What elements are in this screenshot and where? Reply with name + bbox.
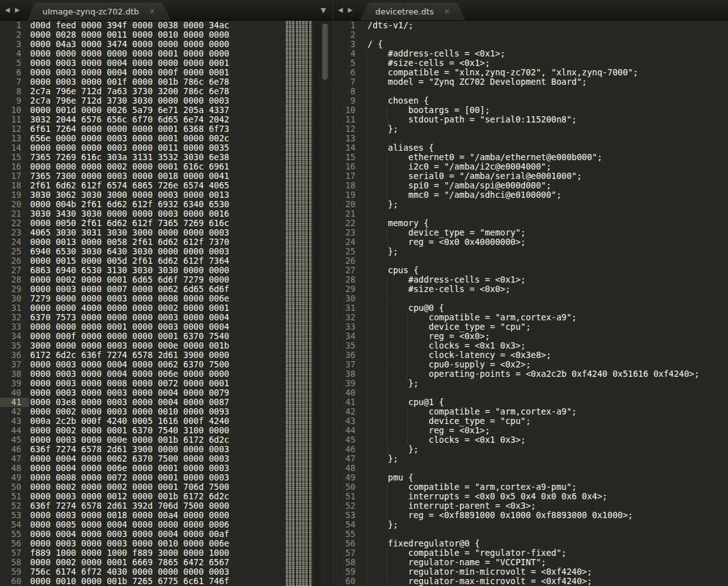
code-line[interactable]: 57f889 1000 0000 1000 f889 3000 0000 100… bbox=[0, 548, 332, 558]
code-line[interactable]: 2 bbox=[333, 30, 728, 40]
code-line[interactable]: 290000 0003 0000 0007 0000 0062 6d65 6d6… bbox=[0, 285, 332, 294]
minimap[interactable] bbox=[286, 21, 312, 586]
code-line[interactable]: 22 memory { bbox=[333, 219, 728, 228]
code-line[interactable]: 100000 001d 0000 0026 5a79 6e71 205a 433… bbox=[0, 106, 332, 115]
code-line[interactable]: 57 compatible = "regulator-fixed"; bbox=[333, 548, 728, 558]
code-line[interactable]: 16 i2c0 = "/amba/i2c@e0004000"; bbox=[333, 162, 728, 171]
code-line[interactable]: 366172 6d2c 636f 7274 6578 2d61 3900 000… bbox=[0, 350, 332, 360]
code-line[interactable]: 59756c 6174 6f72 4030 0000 0000 0000 000… bbox=[0, 567, 332, 577]
code-line[interactable]: 50000 0003 0000 0004 0000 0000 0000 0001 bbox=[0, 58, 332, 68]
code-line[interactable]: 26 bbox=[333, 256, 728, 266]
code-line[interactable]: 307279 0000 0000 0003 0000 0008 0000 006… bbox=[0, 294, 332, 303]
code-line[interactable]: 46 }; bbox=[333, 445, 728, 454]
code-line[interactable]: 410000 03e8 0000 0003 0000 0004 0000 008… bbox=[0, 398, 332, 407]
code-line[interactable]: 32 compatible = "arm,cortex-a9"; bbox=[333, 313, 728, 322]
code-line[interactable]: 27 cpus { bbox=[333, 266, 728, 275]
scrollbar-track[interactable] bbox=[314, 21, 332, 586]
code-line[interactable]: 5 #size-cells = <0x1>; bbox=[333, 58, 728, 68]
code-line[interactable]: 7 model = "Zynq ZC702 Development Board"… bbox=[333, 77, 728, 87]
code-line[interactable]: 276863 6940 6530 3130 3030 3030 0000 000… bbox=[0, 266, 332, 275]
code-line[interactable]: 177365 7300 0000 0003 0000 0018 0000 004… bbox=[0, 171, 332, 181]
code-line[interactable]: 48 bbox=[333, 464, 728, 473]
code-line[interactable]: 326370 7573 0000 0000 0000 0003 0000 000… bbox=[0, 313, 332, 322]
code-line[interactable]: 14 aliases { bbox=[333, 143, 728, 153]
code-line[interactable]: 13 bbox=[333, 134, 728, 143]
code-line[interactable]: 560000 0003 0000 0003 0000 0010 0000 006… bbox=[0, 539, 332, 548]
code-line[interactable]: 330000 0000 0000 0001 0000 0003 0000 000… bbox=[0, 322, 332, 332]
code-line[interactable]: 37 cpu0-supply = <0x2>; bbox=[333, 360, 728, 369]
code-line[interactable]: 50 compatible = "arm,cortex-a9-pmu"; bbox=[333, 482, 728, 492]
code-line[interactable]: 13656e 0000 0000 0003 0000 0001 0000 002… bbox=[0, 134, 332, 143]
code-line[interactable]: 25 }; bbox=[333, 247, 728, 256]
code-line[interactable]: 8 bbox=[333, 87, 728, 96]
code-line[interactable]: 23 device_type = "memory"; bbox=[333, 228, 728, 237]
code-line[interactable]: 52 interrupt-parent = <0x3>; bbox=[333, 501, 728, 511]
code-line[interactable]: 52636f 7274 6578 2d61 392d 706d 7500 000… bbox=[0, 501, 332, 511]
code-line[interactable]: 260000 0015 0000 005d 2f61 6d62 612f 736… bbox=[0, 256, 332, 266]
code-line[interactable]: 38 operating-points = <0xa2c2b 0xf4240 0… bbox=[333, 369, 728, 379]
code-line[interactable]: 240000 0013 0000 0058 2f61 6d62 612f 737… bbox=[0, 237, 332, 247]
code-line[interactable]: 46636f 7274 6578 2d61 3900 0000 0000 000… bbox=[0, 445, 332, 454]
code-line[interactable]: 182f61 6d62 612f 6574 6865 726e 6574 406… bbox=[0, 181, 332, 190]
code-line[interactable]: 500000 0002 0000 0002 0000 0001 706d 750… bbox=[0, 482, 332, 492]
code-line[interactable]: 92c7a 796e 712d 3730 3030 0000 0000 0003 bbox=[0, 96, 332, 106]
code-line[interactable]: 390000 0003 0000 0008 0000 0072 0000 000… bbox=[0, 379, 332, 388]
code-line[interactable]: 33 device_type = "cpu"; bbox=[333, 322, 728, 332]
code-line[interactable]: 490000 0008 0000 0072 0000 0001 0000 000… bbox=[0, 473, 332, 482]
code-line[interactable]: 60 regulator-max-microvolt = <0xf4240>; bbox=[333, 577, 728, 586]
code-line[interactable]: 12 }; bbox=[333, 124, 728, 134]
code-line[interactable]: 480000 0004 0000 006e 0000 0001 0000 000… bbox=[0, 464, 332, 473]
code-line[interactable]: 353000 0000 0000 0003 0000 000e 0000 001… bbox=[0, 341, 332, 350]
code-line[interactable]: 140000 0000 0000 0003 0000 0011 0000 003… bbox=[0, 143, 332, 153]
code-line[interactable]: 47 }; bbox=[333, 454, 728, 464]
code-line[interactable]: 28 #address-cells = <0x1>; bbox=[333, 275, 728, 285]
tab-scroll-left-icon[interactable]: ◀ bbox=[335, 6, 345, 13]
code-line[interactable]: 420000 0002 0000 0003 0000 0010 0000 009… bbox=[0, 407, 332, 416]
code-line[interactable]: 34 reg = <0x0>; bbox=[333, 332, 728, 341]
code-line[interactable]: 53 reg = <0xf8891000 0x1000 0xf8893000 0… bbox=[333, 511, 728, 520]
code-line[interactable]: 42 compatible = "arm,cortex-a9"; bbox=[333, 407, 728, 416]
code-line[interactable]: 200000 004b 2f61 6d62 612f 6932 6340 653… bbox=[0, 200, 332, 209]
code-line[interactable]: 45 clocks = <0x1 0x3>; bbox=[333, 435, 728, 445]
code-line[interactable]: 15 ethernet0 = "/amba/ethernet@e000b000"… bbox=[333, 153, 728, 162]
code-line[interactable]: 24 reg = <0x0 0x40000000>; bbox=[333, 237, 728, 247]
code-line[interactable]: 10 bootargs = [00]; bbox=[333, 106, 728, 115]
code-line[interactable]: 280000 0002 0000 0001 6d65 6d6f 7279 000… bbox=[0, 275, 332, 285]
code-line[interactable]: 43 device_type = "cpu"; bbox=[333, 416, 728, 426]
code-line[interactable]: 44 reg = <0x1>; bbox=[333, 426, 728, 435]
code-line[interactable]: 126f61 7264 0000 0000 0000 0001 6368 6f7… bbox=[0, 124, 332, 134]
code-line[interactable]: 18 spi0 = "/amba/spi@e000d000"; bbox=[333, 181, 728, 190]
code-line[interactable]: 9 chosen { bbox=[333, 96, 728, 106]
code-line[interactable]: 35 clocks = <0x1 0x3>; bbox=[333, 341, 728, 350]
code-line[interactable]: 550000 0004 0000 0003 0000 0004 0000 00a… bbox=[0, 529, 332, 539]
code-line[interactable]: 540000 0005 0000 0004 0000 0000 0000 000… bbox=[0, 520, 332, 529]
code-line[interactable]: 510000 0003 0000 0012 0000 001b 6172 6d2… bbox=[0, 492, 332, 501]
code-line[interactable]: 49 pmu { bbox=[333, 473, 728, 482]
code-line[interactable]: 21 bbox=[333, 209, 728, 219]
code-line[interactable]: 70000 0003 0000 001f 0000 001b 786c 6e78 bbox=[0, 77, 332, 87]
close-icon[interactable]: × bbox=[444, 8, 450, 15]
code-line[interactable]: 380000 0003 0000 0004 0000 006e 0000 000… bbox=[0, 369, 332, 379]
code-line[interactable]: 82c7a 796e 712d 7a63 3730 3200 786c 6e78 bbox=[0, 87, 332, 96]
code-line[interactable]: 17 serial0 = "/amba/serial@e0001000"; bbox=[333, 171, 728, 181]
tab-scroll-left-icon[interactable]: ◀ bbox=[3, 6, 13, 13]
code-line[interactable]: 450000 0003 0000 000e 0000 001b 6172 6d2… bbox=[0, 435, 332, 445]
scrollbar-thumb[interactable] bbox=[322, 23, 329, 80]
code-line[interactable]: 51 interrupts = <0x0 0x5 0x4 0x0 0x6 0x4… bbox=[333, 492, 728, 501]
code-line[interactable]: 1/dts-v1/; bbox=[333, 21, 728, 30]
code-line[interactable]: 3/ { bbox=[333, 40, 728, 49]
code-line[interactable]: 30000 04a3 0000 3474 0000 0000 0000 0000 bbox=[0, 40, 332, 49]
code-line[interactable]: 6 compatible = "xlnx,zynq-zc702", "xlnx,… bbox=[333, 68, 728, 77]
code-line[interactable]: 19 mmc0 = "/amba/sdhci@e0100000"; bbox=[333, 190, 728, 200]
code-line[interactable]: 4 #address-cells = <0x1>; bbox=[333, 49, 728, 58]
code-line[interactable]: 36 clock-latency = <0x3e8>; bbox=[333, 350, 728, 360]
code-line[interactable]: 193030 3062 3030 3000 0000 0003 0000 001… bbox=[0, 190, 332, 200]
code-line[interactable]: 470000 0004 0000 0062 6370 7500 0000 000… bbox=[0, 454, 332, 464]
code-line[interactable]: 220000 0050 2f61 6d62 612f 7365 7269 616… bbox=[0, 219, 332, 228]
code-line[interactable]: 40000 0000 0000 0000 0000 0001 0000 0000 bbox=[0, 49, 332, 58]
code-line[interactable]: 113032 2044 6576 656c 6f70 6d65 6e74 204… bbox=[0, 115, 332, 124]
code-line[interactable]: 440000 0002 0000 0001 6370 7540 3100 000… bbox=[0, 426, 332, 435]
tab-scroll-right-icon[interactable]: ▶ bbox=[13, 6, 23, 13]
code-line[interactable]: 157365 7269 616c 303a 3131 3532 3030 6e3… bbox=[0, 153, 332, 162]
code-line[interactable]: 256940 6530 3030 6430 3030 0000 0000 000… bbox=[0, 247, 332, 256]
